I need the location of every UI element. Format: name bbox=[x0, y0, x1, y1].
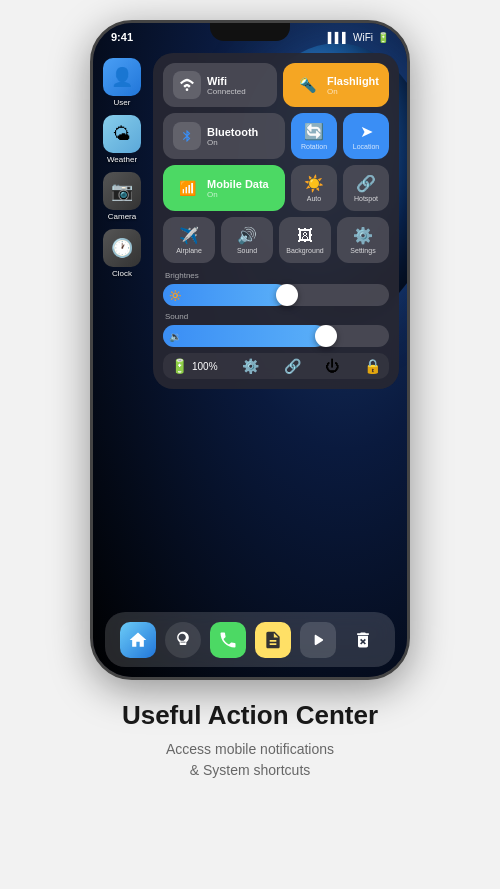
sound-fill bbox=[163, 325, 326, 347]
mobile-data-subtitle: On bbox=[207, 190, 269, 199]
app-weather[interactable]: 🌤 Weather bbox=[103, 115, 141, 164]
brightness-section: Brightnes 🔆 bbox=[163, 271, 389, 306]
svg-point-0 bbox=[186, 88, 189, 91]
sound-thumb[interactable] bbox=[315, 325, 337, 347]
mobile-data-text: Mobile Data On bbox=[207, 178, 269, 199]
footer-section: Useful Action Center Access mobile notif… bbox=[92, 700, 408, 781]
flashlight-title: Flashlight bbox=[327, 75, 379, 87]
sound-slider-icon: 🔉 bbox=[169, 331, 181, 342]
phone-notch bbox=[210, 23, 290, 41]
auto-icon: ☀️ bbox=[304, 174, 324, 193]
phone-wrapper: 9:41 ▌▌▌ WiFi 🔋 👤 User 🌤 Weather 📷 Camer… bbox=[90, 20, 410, 680]
auto-button[interactable]: ☀️ Auto bbox=[291, 165, 337, 211]
cc-row-4: ✈️ Airplane 🔊 Sound 🖼 Background ⚙️ Sett… bbox=[163, 217, 389, 263]
background-label: Background bbox=[286, 247, 323, 254]
bluetooth-subtitle: On bbox=[207, 138, 258, 147]
mobile-data-button[interactable]: 📶 Mobile Data On bbox=[163, 165, 285, 211]
phone-frame: 9:41 ▌▌▌ WiFi 🔋 👤 User 🌤 Weather 📷 Camer… bbox=[90, 20, 410, 680]
dock-notes[interactable] bbox=[255, 622, 291, 658]
camera-app-icon: 📷 bbox=[103, 172, 141, 210]
status-time: 9:41 bbox=[111, 31, 133, 43]
dock-lamp[interactable] bbox=[165, 622, 201, 658]
sound-button[interactable]: 🔊 Sound bbox=[221, 217, 273, 263]
dock-finder[interactable] bbox=[120, 622, 156, 658]
status-icons: ▌▌▌ WiFi 🔋 bbox=[328, 32, 389, 43]
dock-trash[interactable] bbox=[345, 622, 381, 658]
clock-app-icon: 🕐 bbox=[103, 229, 141, 267]
app-user[interactable]: 👤 User bbox=[103, 58, 141, 107]
rotation-icon: 🔄 bbox=[304, 122, 324, 141]
sound-slider-label: Sound bbox=[163, 312, 389, 321]
power-icon[interactable]: ⏻ bbox=[325, 358, 339, 374]
wifi-status-icon: WiFi bbox=[353, 32, 373, 43]
settings-button[interactable]: ⚙️ Settings bbox=[337, 217, 389, 263]
brightness-label: Brightnes bbox=[163, 271, 389, 280]
background-icon: 🖼 bbox=[297, 227, 313, 245]
battery-icon: 🔋 bbox=[171, 358, 188, 374]
cc-bottom-bar: 🔋 100% ⚙️ 🔗 ⏻ 🔒 bbox=[163, 353, 389, 379]
weather-app-icon: 🌤 bbox=[103, 115, 141, 153]
dock-switch[interactable] bbox=[300, 622, 336, 658]
hotspot-button[interactable]: 🔗 Hotspot bbox=[343, 165, 389, 211]
cc-row-1: Wifi Connected 🔦 Flashlight On bbox=[163, 63, 389, 107]
wifi-subtitle: Connected bbox=[207, 87, 246, 96]
sound-cc-icon: 🔊 bbox=[237, 226, 257, 245]
settings-label: Settings bbox=[350, 247, 375, 254]
mobile-data-icon: 📶 bbox=[173, 174, 201, 202]
hotspot-icon: 🔗 bbox=[356, 174, 376, 193]
rotation-button[interactable]: 🔄 Rotation bbox=[291, 113, 337, 159]
background-button[interactable]: 🖼 Background bbox=[279, 217, 331, 263]
location-button[interactable]: ➤ Location bbox=[343, 113, 389, 159]
battery-status-icon: 🔋 bbox=[377, 32, 389, 43]
share-icon[interactable]: 🔗 bbox=[284, 358, 301, 374]
signal-icon: ▌▌▌ bbox=[328, 32, 349, 43]
hotspot-label: Hotspot bbox=[354, 195, 378, 202]
sound-label: Sound bbox=[237, 247, 257, 254]
cc-row-2: Bluetooth On 🔄 Rotation ➤ Location bbox=[163, 113, 389, 159]
battery-percentage: 100% bbox=[192, 361, 218, 372]
control-center-panel: Wifi Connected 🔦 Flashlight On bbox=[153, 53, 399, 389]
battery-indicator: 🔋 100% bbox=[171, 358, 218, 374]
wifi-icon bbox=[173, 71, 201, 99]
bluetooth-title: Bluetooth bbox=[207, 126, 258, 138]
airplane-button[interactable]: ✈️ Airplane bbox=[163, 217, 215, 263]
clock-app-label: Clock bbox=[112, 269, 132, 278]
settings-icon: ⚙️ bbox=[353, 226, 373, 245]
settings-bottom-icon[interactable]: ⚙️ bbox=[242, 358, 259, 374]
weather-app-label: Weather bbox=[107, 155, 137, 164]
flashlight-text: Flashlight On bbox=[327, 75, 379, 96]
flashlight-button[interactable]: 🔦 Flashlight On bbox=[283, 63, 389, 107]
flashlight-subtitle: On bbox=[327, 87, 379, 96]
lock-icon[interactable]: 🔒 bbox=[364, 358, 381, 374]
wifi-title: Wifi bbox=[207, 75, 246, 87]
airplane-icon: ✈️ bbox=[179, 226, 199, 245]
dock-phone[interactable] bbox=[210, 622, 246, 658]
bluetooth-text: Bluetooth On bbox=[207, 126, 258, 147]
rotation-label: Rotation bbox=[301, 143, 327, 150]
brightness-track[interactable]: 🔆 bbox=[163, 284, 389, 306]
brightness-fill bbox=[163, 284, 287, 306]
user-app-icon: 👤 bbox=[103, 58, 141, 96]
camera-app-label: Camera bbox=[108, 212, 136, 221]
user-app-label: User bbox=[114, 98, 131, 107]
bluetooth-button[interactable]: Bluetooth On bbox=[163, 113, 285, 159]
wifi-text: Wifi Connected bbox=[207, 75, 246, 96]
wifi-button[interactable]: Wifi Connected bbox=[163, 63, 277, 107]
main-title: Useful Action Center bbox=[122, 700, 378, 731]
sound-section: Sound 🔉 bbox=[163, 312, 389, 347]
sound-track[interactable]: 🔉 bbox=[163, 325, 389, 347]
brightness-icon: 🔆 bbox=[169, 290, 181, 301]
app-camera[interactable]: 📷 Camera bbox=[103, 172, 141, 221]
phone-dock bbox=[105, 612, 395, 667]
flashlight-icon: 🔦 bbox=[293, 71, 321, 99]
cc-row-3: 📶 Mobile Data On ☀️ Auto 🔗 Hotspot bbox=[163, 165, 389, 211]
apps-sidebar: 👤 User 🌤 Weather 📷 Camera 🕐 Clock bbox=[103, 58, 141, 278]
location-label: Location bbox=[353, 143, 379, 150]
location-icon: ➤ bbox=[360, 122, 373, 141]
app-clock[interactable]: 🕐 Clock bbox=[103, 229, 141, 278]
auto-label: Auto bbox=[307, 195, 321, 202]
brightness-thumb[interactable] bbox=[276, 284, 298, 306]
mobile-data-title: Mobile Data bbox=[207, 178, 269, 190]
airplane-label: Airplane bbox=[176, 247, 202, 254]
sub-title: Access mobile notifications& System shor… bbox=[122, 739, 378, 781]
